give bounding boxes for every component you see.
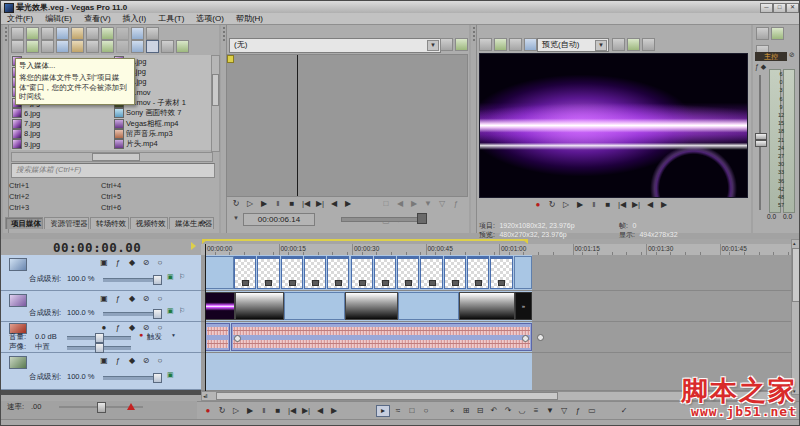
collapsed-track-header[interactable] bbox=[1, 390, 201, 395]
loop-icon[interactable]: ↻ bbox=[230, 198, 242, 209]
file-item[interactable]: Vegas相框.mp4 bbox=[113, 118, 209, 128]
menu-item[interactable]: 编辑(E) bbox=[39, 13, 78, 24]
level-slider[interactable] bbox=[103, 376, 159, 380]
video-event[interactable] bbox=[514, 256, 532, 289]
solo-icon[interactable]: ○ bbox=[154, 293, 166, 304]
menu-item[interactable]: 文件(F) bbox=[1, 13, 39, 24]
dock-tab[interactable]: 项目媒体 bbox=[5, 217, 43, 229]
zoom-tool-icon[interactable]: ○ bbox=[420, 405, 432, 416]
pause-icon[interactable]: ‖ bbox=[258, 405, 270, 416]
level-slider-handle[interactable] bbox=[153, 373, 162, 383]
track-fx-icon[interactable]: ƒ bbox=[112, 293, 124, 304]
video-event[interactable] bbox=[235, 292, 284, 320]
go-to-start-icon[interactable]: |◀ bbox=[616, 199, 628, 210]
parent-track-icon[interactable]: ⚐ bbox=[179, 273, 185, 281]
video-track-2-row[interactable]: » bbox=[201, 291, 791, 322]
chevron-down-icon[interactable]: ▼ bbox=[595, 40, 607, 51]
timeline-pane[interactable]: 00:00:0000:00:1500:00:3000:00:4500:01:00… bbox=[201, 239, 791, 401]
image-event[interactable] bbox=[420, 256, 442, 289]
mute-icon[interactable]: ⊘ bbox=[140, 355, 152, 366]
solo-icon[interactable]: ○ bbox=[154, 355, 166, 366]
grid-icon[interactable]: ≡ bbox=[530, 405, 542, 416]
next-frame-icon[interactable]: ▶ bbox=[342, 198, 354, 209]
dock-grip[interactable] bbox=[471, 25, 477, 233]
file-item[interactable]: 8.jpg bbox=[11, 129, 111, 139]
arm-icon[interactable]: ● bbox=[98, 322, 110, 333]
toolbar-button[interactable] bbox=[41, 40, 54, 53]
level-slider[interactable] bbox=[103, 312, 159, 316]
chevron-down-icon[interactable]: ▼ bbox=[171, 332, 176, 338]
automation-icon[interactable]: ◆ bbox=[126, 355, 138, 366]
go-to-start-icon[interactable]: |◀ bbox=[286, 405, 298, 416]
toolbar-button[interactable] bbox=[116, 40, 129, 53]
image-event[interactable] bbox=[351, 256, 373, 289]
toolbar-button[interactable] bbox=[509, 38, 522, 51]
toolbar-button[interactable] bbox=[11, 27, 24, 40]
edit-tool-icon[interactable]: ▸ bbox=[376, 405, 390, 417]
warning-icon[interactable] bbox=[127, 403, 135, 410]
toolbar-button[interactable] bbox=[771, 27, 784, 40]
toolbar-button[interactable] bbox=[71, 40, 84, 53]
automation-icon[interactable]: ◆ bbox=[126, 322, 138, 333]
next-frame-icon[interactable]: ▶ bbox=[658, 199, 670, 210]
chevron-down-icon[interactable]: ▼ bbox=[233, 215, 239, 221]
video-track-1-header[interactable]: ▣ƒ◆⊘○ 合成级别: 100.0 % ▣ ⚐ bbox=[1, 255, 201, 291]
image-event[interactable] bbox=[467, 256, 489, 289]
region-icon[interactable]: ▽ bbox=[436, 198, 448, 209]
audio-track-3-row[interactable] bbox=[201, 322, 791, 353]
trimmer-timecode[interactable]: 00:00:06.14 bbox=[243, 213, 315, 226]
copy-icon[interactable]: ⊞ bbox=[460, 405, 472, 416]
toolbar-button[interactable] bbox=[56, 27, 69, 40]
more-tools-icon[interactable]: ✓ bbox=[618, 405, 630, 416]
dock-tab[interactable]: 媒体生成器 bbox=[169, 217, 214, 229]
toolbar-button[interactable] bbox=[71, 27, 84, 40]
selection-tool-icon[interactable]: □ bbox=[406, 405, 418, 416]
video-event[interactable]: » bbox=[515, 292, 532, 320]
toolbar-button[interactable] bbox=[642, 38, 655, 51]
redo-icon[interactable]: ↷ bbox=[502, 405, 514, 416]
rate-scrub-handle[interactable] bbox=[97, 402, 106, 413]
toolbar-button[interactable] bbox=[494, 38, 507, 51]
timeline-hscrollbar[interactable]: ◂‖ bbox=[201, 391, 791, 401]
prev-frame-icon[interactable]: ◀ bbox=[314, 405, 326, 416]
image-event[interactable] bbox=[374, 256, 396, 289]
selection-tool-icon[interactable]: □ bbox=[380, 198, 392, 209]
toolbar-button[interactable] bbox=[131, 27, 144, 40]
go-to-start-icon[interactable]: |◀ bbox=[300, 198, 312, 209]
image-event[interactable] bbox=[257, 256, 279, 289]
record-icon[interactable]: ● bbox=[532, 199, 544, 210]
image-event[interactable] bbox=[234, 256, 256, 289]
master-fader-handle-left[interactable] bbox=[755, 133, 767, 140]
video-event[interactable] bbox=[205, 292, 235, 320]
preview-quality-combo[interactable]: 预览(自动) ▼ bbox=[537, 38, 609, 52]
track-fx-icon[interactable]: ƒ bbox=[112, 355, 124, 366]
level-slider-handle[interactable] bbox=[153, 275, 162, 285]
automation-icon[interactable]: ◆ bbox=[126, 257, 138, 268]
level-slider[interactable] bbox=[103, 278, 159, 282]
stop-icon[interactable]: ■ bbox=[602, 199, 614, 210]
maximize-button[interactable]: □ bbox=[773, 3, 786, 13]
stop-icon[interactable]: ■ bbox=[286, 198, 298, 209]
image-event[interactable] bbox=[490, 256, 512, 289]
mute-icon[interactable]: ⊘ bbox=[140, 257, 152, 268]
image-event[interactable] bbox=[304, 256, 326, 289]
file-item[interactable]: 留声音乐.mp3 bbox=[113, 129, 209, 139]
toolbar-button[interactable] bbox=[440, 38, 453, 51]
next-frame-icon[interactable]: ▶ bbox=[328, 405, 340, 416]
toolbar-button[interactable] bbox=[524, 38, 537, 51]
menu-item[interactable]: 选项(O) bbox=[190, 13, 230, 24]
file-list-vscrollbar[interactable] bbox=[211, 55, 220, 152]
timeline-timecode[interactable]: 00:00:00.00 bbox=[53, 240, 141, 255]
timeline-cursor[interactable] bbox=[205, 244, 206, 391]
fade-handle[interactable] bbox=[234, 335, 241, 342]
image-event[interactable] bbox=[281, 256, 303, 289]
go-to-end-icon[interactable]: ▶| bbox=[300, 405, 312, 416]
toolbar-button[interactable] bbox=[101, 40, 114, 53]
trimmer-media-combo[interactable]: (无) ▼ bbox=[229, 38, 441, 53]
trimmer-scrub-track[interactable] bbox=[341, 217, 421, 222]
track-fx-icon[interactable]: ƒ bbox=[112, 257, 124, 268]
trimmer-marker[interactable] bbox=[227, 55, 234, 63]
track-motion-icon[interactable]: ▣ bbox=[98, 257, 110, 268]
dock-tab[interactable]: 视频特效 bbox=[130, 217, 168, 229]
event-tool-icon[interactable]: ƒ bbox=[450, 198, 462, 209]
